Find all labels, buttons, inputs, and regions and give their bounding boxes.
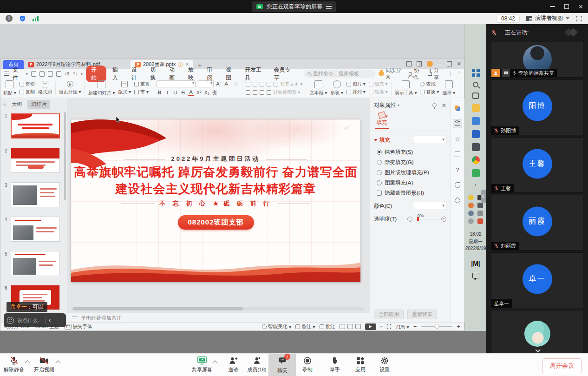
collapse-ribbon-icon[interactable]: ˆ [458, 71, 460, 77]
fullscreen-icon[interactable] [576, 15, 582, 22]
align-right-icon[interactable] [260, 90, 264, 95]
slide-thumbnail-3[interactable] [11, 182, 60, 207]
tray-icon-1[interactable] [468, 195, 474, 200]
slide-title-line1[interactable]: 高举旗帜牢记嘱托 踔厉奋发勇毅前行 奋力谱写全面 [71, 164, 360, 180]
save-icon[interactable] [31, 71, 36, 77]
properties-pane-icon[interactable] [453, 119, 462, 128]
arrange-button[interactable]: 排列 ▾ [346, 89, 366, 95]
slide-canvas[interactable]: 2022年9月主题团日活动 高举旗帜牢记嘱托 踔厉奋发勇毅前行 奋力谱写全面 建… [71, 119, 360, 282]
wps-account-avatar[interactable] [427, 61, 433, 67]
replace-button[interactable]: 替换 ▾ [420, 89, 439, 95]
slide-eyebrow-text[interactable]: 2022年9月主题团日活动 [171, 155, 260, 163]
share-button[interactable]: 分享 [428, 67, 442, 81]
thumbnail-scrollbar[interactable] [64, 112, 66, 200]
zoom-in-button[interactable]: + [457, 323, 460, 330]
windows-start-icon[interactable] [472, 69, 480, 77]
increase-transparency-icon[interactable]: + [441, 217, 446, 222]
slide-sorter-view-icon[interactable] [347, 324, 353, 329]
chat-input-overlay[interactable]: 说点什么... ‹ [4, 313, 66, 327]
shapes-button[interactable]: 形状 ▾ [330, 80, 343, 96]
sync-status-button[interactable]: 同步异常 [379, 67, 403, 81]
menu-tab-review[interactable]: 审阅 [204, 66, 220, 82]
zoom-out-button[interactable]: − [413, 323, 417, 330]
section-button[interactable]: 节 ▾ [134, 89, 150, 95]
participant-tile[interactable]: 丽霞 刘丽霞 [491, 195, 583, 251]
notes-bar[interactable]: 单击此处添加备注 [67, 313, 370, 322]
tray-expand-icon[interactable]: ‹ [475, 182, 476, 187]
watching-pill[interactable]: 您正在观看李珍的屏幕 [252, 1, 336, 12]
outline-button[interactable]: 轮廓 ▾ [369, 89, 388, 95]
close-button[interactable]: ✕ [578, 4, 583, 10]
slide-thumbnail-4[interactable] [11, 217, 60, 242]
security-shield-icon[interactable] [19, 15, 26, 22]
text-box-button[interactable]: 文本框 ▾ [309, 80, 327, 96]
participant-tile-partial[interactable] [491, 310, 583, 353]
file-menu[interactable]: 文件 [13, 66, 23, 82]
tray-move-icon[interactable] [468, 218, 474, 224]
action-center-icon[interactable] [472, 273, 479, 278]
raise-hand-button[interactable]: 举手 [322, 356, 348, 373]
numbered-list-icon[interactable] [253, 82, 257, 86]
wps-minimize-button[interactable]: ─ [438, 61, 442, 66]
gradient-fill-radio[interactable]: 渐变填充(G) [370, 157, 450, 167]
paste-button[interactable]: 粘贴 ▾ [3, 80, 16, 96]
tray-network-icon[interactable] [468, 211, 474, 216]
format-painter-button[interactable]: 格式刷 [38, 81, 52, 95]
color-dropdown[interactable] [413, 202, 446, 210]
scroll-down-chevron-icon[interactable] [535, 347, 540, 352]
fill-preset-dropdown[interactable] [413, 136, 446, 144]
subscript-button[interactable]: X₂ [204, 90, 209, 95]
play-slideshow-button[interactable]: ▶ [365, 323, 376, 330]
cut-button[interactable]: 剪切 [20, 81, 35, 87]
undo-icon[interactable]: ↺ [65, 71, 69, 77]
menu-tab-insert[interactable]: 插入 [110, 66, 125, 82]
unmute-button[interactable]: 解除静音 [1, 356, 27, 373]
fill-button[interactable]: 填充 ▾ [369, 81, 388, 87]
justify-icon[interactable] [267, 90, 271, 95]
view-mode-button[interactable]: 演讲者视图 [526, 14, 569, 22]
wps-maximize-button[interactable] [447, 61, 452, 66]
font-size-select[interactable] [198, 80, 214, 87]
menu-tab-devtools[interactable]: 开发工具 [242, 66, 268, 82]
tray-icon-2[interactable] [468, 203, 474, 208]
slide-thumbnail-5[interactable] [11, 251, 60, 276]
tray-display-icon[interactable] [477, 203, 483, 208]
fit-slide-icon[interactable] [386, 324, 392, 329]
normal-view-icon[interactable] [340, 324, 345, 329]
notes-toggle-button[interactable]: 备注 ▾ [295, 323, 315, 330]
taskbar-search-icon[interactable] [473, 82, 478, 87]
picture-button[interactable]: 图片 ▾ [346, 81, 366, 87]
print-icon[interactable] [48, 71, 53, 77]
shared-screen-region[interactable]: 首页 P 2022年9月理论学习材料.pdf P 2002团课.pptx i ×… [0, 24, 486, 353]
leave-meeting-button[interactable]: 离开会议 [542, 358, 581, 373]
photos-icon[interactable] [472, 130, 480, 138]
reading-view-icon[interactable] [355, 324, 361, 329]
task-view-icon[interactable] [472, 92, 479, 99]
mail-icon[interactable] [472, 117, 480, 125]
picture-texture-fill-radio[interactable]: 图片或纹理填充(P) [370, 167, 450, 178]
strikethrough-button[interactable]: S [180, 90, 186, 95]
more-options-icon[interactable]: ⋮ [448, 71, 453, 77]
close-panel-icon[interactable]: ✕ [442, 102, 446, 109]
menu-tab-member[interactable]: 会员专享 [271, 66, 296, 82]
pill-menu-icon[interactable] [326, 5, 332, 9]
participant-tile[interactable]: 卓一 岳卓一 [491, 252, 583, 308]
collapse-panel-icon[interactable]: « [3, 101, 6, 107]
slide-thumbnail-1[interactable] [11, 113, 60, 139]
collaborate-button[interactable]: 协作 [409, 67, 422, 81]
decrease-transparency-icon[interactable]: − [407, 217, 412, 222]
help-pane-icon[interactable]: ? [453, 165, 462, 174]
chat-collapse-icon[interactable]: ‹ [49, 317, 51, 323]
slide-thumbnail-2[interactable] [11, 148, 60, 173]
smart-beautify-button[interactable]: 智能美化 ▾ [262, 323, 291, 330]
superscript-button[interactable]: X² [196, 90, 202, 95]
horizontal-scrollbar[interactable] [71, 307, 364, 310]
slide-badge[interactable]: 082002班团支部 [177, 215, 254, 230]
tray-volume-icon[interactable] [477, 211, 483, 216]
missing-font-warning[interactable]: T? 缺失字体 [65, 323, 92, 330]
text-effect-button[interactable]: 变 [212, 89, 217, 96]
menu-tab-start[interactable]: 开始 [86, 66, 106, 82]
sidebar-collapse-handle[interactable] [481, 190, 486, 203]
record-button[interactable]: 录制 [294, 356, 320, 373]
reset-button[interactable]: 重置 [134, 81, 150, 87]
